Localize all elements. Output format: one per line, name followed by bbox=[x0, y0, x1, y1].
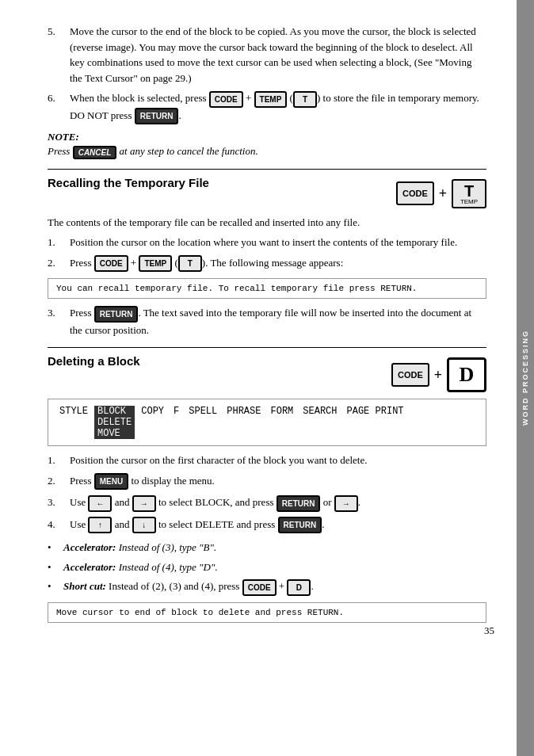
and-text: and bbox=[184, 580, 199, 592]
menu-block: BLOCK bbox=[94, 406, 135, 417]
note-label: NOTE: bbox=[48, 131, 486, 143]
recall-item-3: 3. Press RETURN. The text saved into the… bbox=[48, 305, 486, 338]
delete-item-1: 1. Position the cursor on the first char… bbox=[48, 452, 486, 468]
menu-phrase: PHRASE bbox=[223, 406, 264, 417]
accelerator-label-1: Accelerator: bbox=[63, 541, 116, 553]
bullet-dot-3: • bbox=[48, 578, 63, 596]
recall-num-1: 1. bbox=[48, 235, 70, 250]
delete-body-2: Press MENU to display the menu. bbox=[70, 473, 486, 491]
side-tab: WORD PROCESSING bbox=[517, 0, 534, 756]
delete-num-4: 4. bbox=[48, 517, 70, 534]
list-item-6: 6. When the block is selected, press COD… bbox=[48, 90, 486, 124]
menu-f: F bbox=[170, 406, 182, 417]
menu-block-group: BLOCK DELETE MOVE bbox=[94, 406, 135, 439]
copy-instructions: 5. Move the cursor to the end of the blo… bbox=[48, 24, 486, 124]
bullet-dot-2: • bbox=[48, 559, 63, 575]
accelerator-label-2: Accelerator: bbox=[63, 561, 116, 573]
list-item-5: 5. Move the cursor to the end of the blo… bbox=[48, 24, 486, 86]
return-key-d3: RETURN bbox=[277, 495, 321, 512]
recall-key-combo: CODE + T TEMP bbox=[396, 179, 486, 208]
code-key-sc: CODE bbox=[242, 579, 277, 596]
recall-body-2: Press CODE + TEMP (T). The following mes… bbox=[70, 255, 486, 273]
side-tab-label: WORD PROCESSING bbox=[521, 330, 529, 426]
delete-list: 1. Position the cursor on the first char… bbox=[48, 452, 486, 533]
delete-title: Deleting a Block bbox=[48, 354, 376, 368]
plus-2: + bbox=[434, 367, 442, 384]
bullet-body-2: Accelerator: Instead of (4), type "D". bbox=[63, 559, 486, 575]
menu-spell: SPELL bbox=[185, 406, 220, 417]
delete-body-3: Use ← and → to select BLOCK, and press R… bbox=[70, 494, 486, 512]
recall-list: 1. Position the cursor on the location w… bbox=[48, 235, 486, 272]
t-sub: TEMP bbox=[460, 199, 478, 205]
down-arrow-key: ↓ bbox=[132, 517, 156, 533]
bullet-list: • Accelerator: Instead of (3), type "B".… bbox=[48, 540, 486, 596]
bullet-dot-1: • bbox=[48, 540, 63, 556]
divider-1 bbox=[48, 169, 486, 170]
recall-title-block: Recalling the Temporary File bbox=[48, 176, 380, 197]
right-arrow-key: → bbox=[132, 495, 156, 512]
d-key-sc: D bbox=[287, 579, 311, 596]
temp-key-r2: TEMP bbox=[139, 255, 172, 272]
recall-body-3: Press RETURN. The text saved into the te… bbox=[70, 305, 486, 338]
menu-bar-container: STYLE BLOCK DELETE MOVE COPY F SPELL PHR… bbox=[48, 399, 486, 446]
recall-body-1: Position the cursor on the location wher… bbox=[70, 235, 486, 250]
recall-num-2: 2. bbox=[48, 255, 70, 273]
delete-num-3: 3. bbox=[48, 494, 70, 512]
delete-body-1: Position the cursor on the first charact… bbox=[70, 452, 486, 468]
shortcut-label: Short cut: bbox=[63, 580, 106, 592]
page: WORD PROCESSING 5. Move the cursor to th… bbox=[0, 0, 534, 653]
delete-item-4: 4. Use ↑ and ↓ to select DELETE and pres… bbox=[48, 517, 486, 534]
recall-item-1: 1. Position the cursor on the location w… bbox=[48, 235, 486, 250]
recall-num-3: 3. bbox=[48, 305, 70, 338]
code-key-delete: CODE bbox=[391, 363, 429, 387]
menu-copy: COPY bbox=[138, 406, 167, 417]
bullet-1: • Accelerator: Instead of (3), type "B". bbox=[48, 540, 486, 556]
right-arrow-key-2: → bbox=[334, 495, 358, 512]
plus-1: + bbox=[439, 185, 447, 202]
delete-num-2: 2. bbox=[48, 473, 70, 491]
delete-item-3: 3. Use ← and → to select BLOCK, and pres… bbox=[48, 494, 486, 512]
code-key-r2: CODE bbox=[94, 255, 128, 272]
accelerator-text-1: Instead of (3), type "B". bbox=[116, 541, 216, 553]
d-key-delete: D bbox=[447, 357, 486, 392]
bullet-3: • Short cut: Instead of (2), (3) and (4)… bbox=[48, 578, 486, 596]
left-arrow-key: ← bbox=[88, 495, 112, 512]
menu-style: STYLE bbox=[56, 406, 91, 417]
return-key-6: RETURN bbox=[135, 108, 179, 124]
up-arrow-key: ↑ bbox=[88, 517, 112, 533]
menu-move: MOVE bbox=[94, 428, 135, 439]
t-key-6: T bbox=[293, 91, 317, 108]
menu-form: FORM bbox=[267, 406, 296, 417]
code-key-recall: CODE bbox=[396, 181, 434, 205]
note-text: Press CANCEL at any step to cancel the f… bbox=[48, 145, 486, 159]
code-key-6: CODE bbox=[209, 91, 243, 108]
menu-search: SEARCH bbox=[299, 406, 340, 417]
return-key-r3: RETURN bbox=[94, 306, 139, 323]
menu-key: MENU bbox=[94, 473, 128, 490]
item-5-body: Move the cursor to the end of the block … bbox=[70, 24, 486, 86]
cancel-key-note: CANCEL bbox=[73, 146, 117, 159]
recall-intro: The contents of the temporary file can b… bbox=[48, 215, 486, 231]
delete-item-2: 2. Press MENU to display the menu. bbox=[48, 473, 486, 491]
page-number: 35 bbox=[484, 624, 494, 637]
menu-delete: DELETE bbox=[94, 417, 135, 428]
recall-title: Recalling the Temporary File bbox=[48, 176, 380, 189]
return-key-d4: RETURN bbox=[278, 517, 322, 533]
accelerator-text-2: Instead of (4), type "D". bbox=[116, 561, 217, 573]
item-6-num: 6. bbox=[48, 90, 70, 124]
bullet-body-1: Accelerator: Instead of (3), type "B". bbox=[63, 540, 486, 556]
t-key-r2: T bbox=[178, 255, 202, 272]
bullet-body-3: Short cut: Instead of (2), (3) and (4), … bbox=[63, 578, 486, 596]
temp-key-6: TEMP bbox=[254, 91, 288, 108]
delete-key-combo: CODE + D bbox=[391, 357, 486, 392]
divider-2 bbox=[48, 347, 486, 348]
t-main: T bbox=[464, 183, 474, 199]
delete-code-message: Move cursor to end of block to delete an… bbox=[48, 602, 486, 623]
menu-bar: STYLE BLOCK DELETE MOVE COPY F SPELL PHR… bbox=[56, 406, 478, 439]
delete-num-1: 1. bbox=[48, 452, 70, 468]
delete-header: Deleting a Block CODE + D bbox=[48, 354, 486, 392]
content: 5. Move the cursor to the end of the blo… bbox=[48, 24, 494, 623]
bullet-2: • Accelerator: Instead of (4), type "D". bbox=[48, 559, 486, 575]
item-6-body: When the block is selected, press CODE +… bbox=[70, 90, 486, 124]
recall-item-2: 2. Press CODE + TEMP (T). The following … bbox=[48, 255, 486, 273]
